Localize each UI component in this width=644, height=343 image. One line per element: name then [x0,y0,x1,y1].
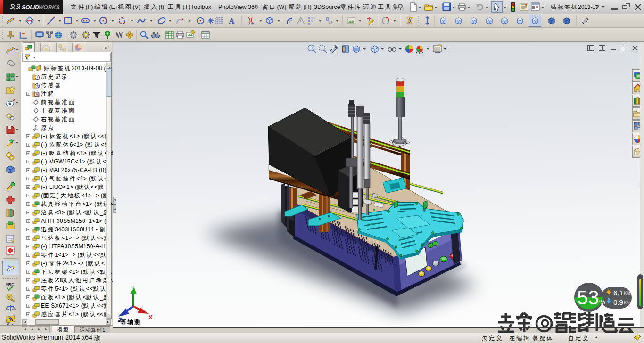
svg-text:6.1: 6.1 [613,289,623,297]
svg-text:SOLID: SOLID [22,4,39,11]
svg-text:A: A [229,16,235,25]
svg-text:Y: Y [131,285,135,292]
svg-text:ABC: ABC [5,282,15,287]
svg-text:K/s: K/s [624,300,630,305]
svg-text:K/s: K/s [624,291,630,296]
svg-text:53: 53 [577,286,599,309]
svg-text:A: A [36,92,39,97]
svg-text:X: X [149,314,153,321]
svg-text:WORKS: WORKS [38,4,60,11]
svg-text:0.9: 0.9 [613,298,623,306]
svg-text:%: % [599,298,605,306]
